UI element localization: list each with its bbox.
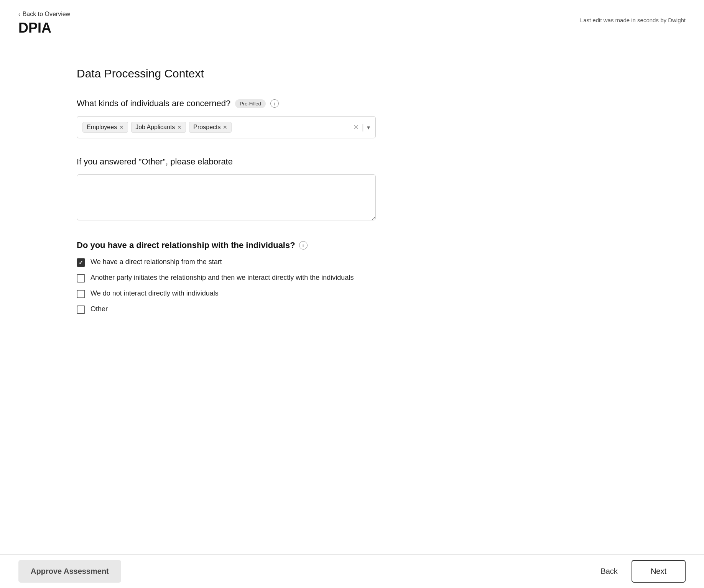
pre-filled-badge: Pre-Filled	[235, 99, 266, 108]
footer-nav: Back Next	[594, 560, 686, 583]
tag-employees-remove[interactable]: ✕	[119, 125, 124, 130]
checkbox-item-direct[interactable]: We have a direct relationship from the s…	[77, 258, 383, 267]
other-elaborate-block: If you answered "Other", please elaborat…	[77, 157, 383, 222]
other-elaborate-label-text: If you answered "Other", please elaborat…	[77, 157, 233, 167]
direct-relationship-info-icon[interactable]: i	[299, 241, 308, 250]
checkbox-item-other[interactable]: Other	[77, 305, 383, 314]
tag-job-applicants: Job Applicants ✕	[131, 122, 186, 133]
other-elaborate-label: If you answered "Other", please elaborat…	[77, 157, 383, 167]
checkbox-direct-label: We have a direct relationship from the s…	[90, 258, 222, 266]
last-edit-info: Last edit was made in seconds by Dwight	[580, 17, 686, 23]
direct-relationship-block: Do you have a direct relationship with t…	[77, 240, 383, 314]
tag-employees-label: Employees	[87, 124, 117, 131]
checkbox-item-no-direct[interactable]: We do not interact directly with individ…	[77, 289, 383, 298]
direct-relationship-label: Do you have a direct relationship with t…	[77, 240, 383, 250]
back-to-overview-label: Back to Overview	[23, 11, 70, 18]
checkbox-no-direct-label: We do not interact directly with individ…	[90, 289, 219, 297]
checkbox-other[interactable]	[77, 305, 85, 314]
tags-divider: |	[362, 123, 364, 132]
next-button[interactable]: Next	[632, 560, 686, 583]
footer: Approve Assessment Back Next	[0, 554, 704, 588]
individuals-label-text: What kinds of individuals are concerned?	[77, 99, 230, 108]
tags-dropdown-icon[interactable]: ▾	[367, 124, 370, 131]
back-button[interactable]: Back	[594, 564, 623, 579]
tag-job-applicants-label: Job Applicants	[135, 124, 175, 131]
checkbox-direct[interactable]	[77, 258, 85, 267]
tag-prospects-remove[interactable]: ✕	[223, 125, 227, 130]
checkbox-other-label: Other	[90, 305, 108, 313]
individuals-info-icon[interactable]: i	[270, 99, 279, 108]
tags-clear-icon[interactable]: ✕	[353, 123, 359, 131]
individuals-question-block: What kinds of individuals are concerned?…	[77, 99, 383, 138]
tag-job-applicants-remove[interactable]: ✕	[177, 125, 182, 130]
direct-relationship-label-text: Do you have a direct relationship with t…	[77, 240, 295, 250]
checkbox-another-party[interactable]	[77, 274, 85, 283]
individuals-question-label: What kinds of individuals are concerned?…	[77, 99, 383, 108]
page-header: ‹ Back to Overview DPIA Last edit was ma…	[0, 0, 704, 44]
other-elaborate-textarea[interactable]	[77, 174, 376, 220]
tag-employees: Employees ✕	[82, 122, 128, 133]
section-title: Data Processing Context	[77, 67, 383, 80]
tag-prospects-label: Prospects	[193, 124, 220, 131]
checkbox-group: We have a direct relationship from the s…	[77, 258, 383, 314]
individuals-tags-input[interactable]: Employees ✕ Job Applicants ✕ Prospects ✕…	[77, 116, 376, 138]
tag-prospects: Prospects ✕	[189, 122, 232, 133]
back-chevron-icon: ‹	[18, 11, 20, 17]
approve-assessment-button[interactable]: Approve Assessment	[18, 560, 121, 583]
checkbox-another-party-label: Another party initiates the relationship…	[90, 274, 354, 282]
checkbox-item-another-party[interactable]: Another party initiates the relationship…	[77, 274, 383, 283]
checkbox-no-direct[interactable]	[77, 290, 85, 298]
main-content: Data Processing Context What kinds of in…	[0, 44, 460, 378]
